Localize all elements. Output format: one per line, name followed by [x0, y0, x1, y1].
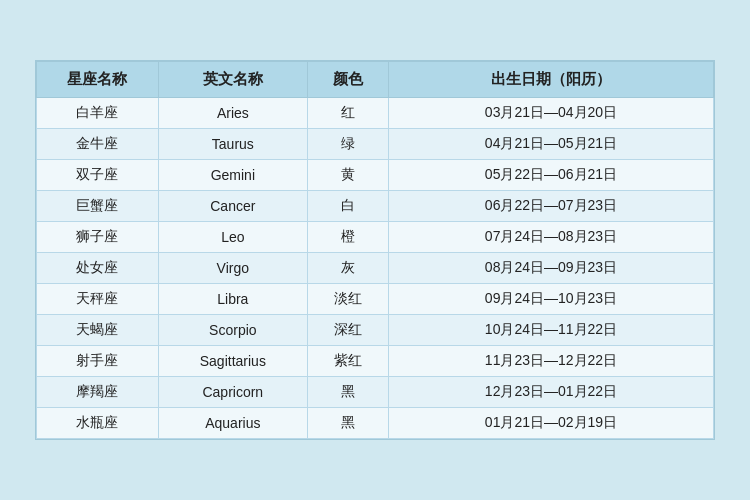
- cell-english: Aries: [158, 98, 307, 129]
- cell-date: 07月24日—08月23日: [389, 222, 714, 253]
- cell-english: Taurus: [158, 129, 307, 160]
- cell-date: 01月21日—02月19日: [389, 408, 714, 439]
- cell-color: 深红: [307, 315, 388, 346]
- cell-english: Aquarius: [158, 408, 307, 439]
- table-row: 巨蟹座Cancer白06月22日—07月23日: [37, 191, 714, 222]
- cell-color: 黄: [307, 160, 388, 191]
- table-row: 狮子座Leo橙07月24日—08月23日: [37, 222, 714, 253]
- table-row: 水瓶座Aquarius黑01月21日—02月19日: [37, 408, 714, 439]
- cell-color: 黑: [307, 377, 388, 408]
- table-row: 天秤座Libra淡红09月24日—10月23日: [37, 284, 714, 315]
- cell-chinese: 巨蟹座: [37, 191, 159, 222]
- cell-chinese: 摩羯座: [37, 377, 159, 408]
- table-row: 处女座Virgo灰08月24日—09月23日: [37, 253, 714, 284]
- cell-chinese: 狮子座: [37, 222, 159, 253]
- table-row: 射手座Sagittarius紫红11月23日—12月22日: [37, 346, 714, 377]
- cell-color: 白: [307, 191, 388, 222]
- cell-chinese: 处女座: [37, 253, 159, 284]
- cell-english: Cancer: [158, 191, 307, 222]
- table-row: 天蝎座Scorpio深红10月24日—11月22日: [37, 315, 714, 346]
- zodiac-table-container: 星座名称 英文名称 颜色 出生日期（阳历） 白羊座Aries红03月21日—04…: [35, 60, 715, 440]
- cell-date: 04月21日—05月21日: [389, 129, 714, 160]
- header-chinese: 星座名称: [37, 62, 159, 98]
- cell-chinese: 天秤座: [37, 284, 159, 315]
- cell-english: Libra: [158, 284, 307, 315]
- cell-chinese: 射手座: [37, 346, 159, 377]
- table-header-row: 星座名称 英文名称 颜色 出生日期（阳历）: [37, 62, 714, 98]
- cell-english: Leo: [158, 222, 307, 253]
- cell-date: 08月24日—09月23日: [389, 253, 714, 284]
- cell-color: 橙: [307, 222, 388, 253]
- table-row: 白羊座Aries红03月21日—04月20日: [37, 98, 714, 129]
- cell-chinese: 天蝎座: [37, 315, 159, 346]
- cell-date: 05月22日—06月21日: [389, 160, 714, 191]
- cell-date: 06月22日—07月23日: [389, 191, 714, 222]
- zodiac-table: 星座名称 英文名称 颜色 出生日期（阳历） 白羊座Aries红03月21日—04…: [36, 61, 714, 439]
- cell-color: 绿: [307, 129, 388, 160]
- cell-color: 紫红: [307, 346, 388, 377]
- cell-color: 黑: [307, 408, 388, 439]
- cell-date: 12月23日—01月22日: [389, 377, 714, 408]
- cell-chinese: 白羊座: [37, 98, 159, 129]
- table-body: 白羊座Aries红03月21日—04月20日金牛座Taurus绿04月21日—0…: [37, 98, 714, 439]
- cell-chinese: 水瓶座: [37, 408, 159, 439]
- header-english: 英文名称: [158, 62, 307, 98]
- cell-color: 灰: [307, 253, 388, 284]
- table-row: 摩羯座Capricorn黑12月23日—01月22日: [37, 377, 714, 408]
- cell-color: 红: [307, 98, 388, 129]
- cell-english: Virgo: [158, 253, 307, 284]
- cell-english: Scorpio: [158, 315, 307, 346]
- header-date: 出生日期（阳历）: [389, 62, 714, 98]
- header-color: 颜色: [307, 62, 388, 98]
- cell-date: 10月24日—11月22日: [389, 315, 714, 346]
- cell-color: 淡红: [307, 284, 388, 315]
- cell-english: Gemini: [158, 160, 307, 191]
- table-row: 双子座Gemini黄05月22日—06月21日: [37, 160, 714, 191]
- cell-date: 09月24日—10月23日: [389, 284, 714, 315]
- cell-english: Sagittarius: [158, 346, 307, 377]
- cell-english: Capricorn: [158, 377, 307, 408]
- cell-chinese: 金牛座: [37, 129, 159, 160]
- cell-date: 03月21日—04月20日: [389, 98, 714, 129]
- cell-chinese: 双子座: [37, 160, 159, 191]
- cell-date: 11月23日—12月22日: [389, 346, 714, 377]
- table-row: 金牛座Taurus绿04月21日—05月21日: [37, 129, 714, 160]
